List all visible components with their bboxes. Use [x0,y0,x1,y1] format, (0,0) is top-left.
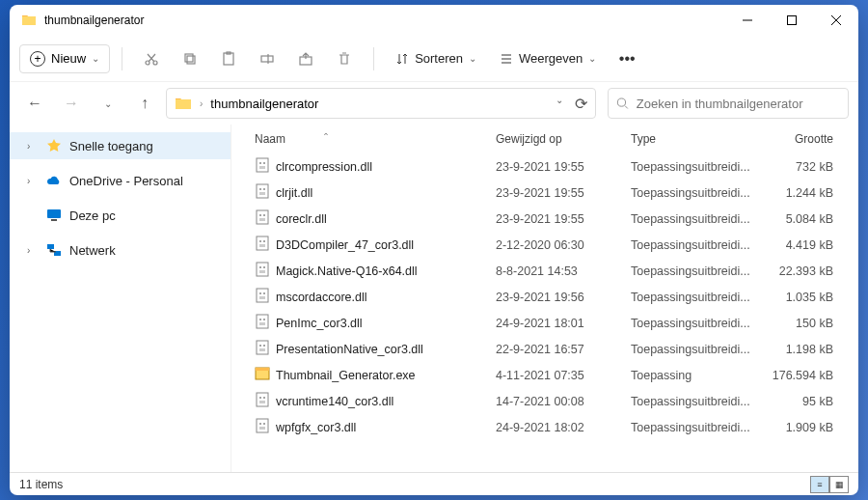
svg-point-28 [263,240,265,242]
svg-rect-10 [47,209,61,218]
delete-button[interactable] [327,42,362,76]
address-path: thumbnailgenerator [210,97,548,111]
cut-button[interactable] [134,42,169,76]
new-button[interactable]: + Nieuw ⌄ [19,44,110,73]
file-row[interactable]: clrcompression.dll23-9-2021 19:55Toepass… [231,153,858,180]
file-row[interactable]: PresentationNative_cor3.dll22-9-2021 16:… [231,336,858,362]
view-label: Weergeven [519,51,583,66]
file-type: Toepassingsuitbreidi... [631,264,756,278]
close-button[interactable] [814,5,858,36]
navigation-row: ← → ⌄ ↑ › thumbnailgenerator ⌄ ⟳ [10,82,858,125]
sidebar-item-quick-access[interactable]: › Snelle toegang [10,132,231,159]
more-button[interactable]: ••• [610,42,644,76]
file-row[interactable]: Magick.Native-Q16-x64.dll8-8-2021 14:53T… [231,258,858,284]
file-size: 22.393 kB [756,264,833,278]
sort-indicator-icon: ˆ [324,132,328,146]
svg-point-23 [259,214,261,216]
column-modified[interactable]: Gewijzigd op [496,132,631,146]
pc-icon [46,208,62,223]
file-size: 150 kB [756,317,833,330]
file-type: Toepassingsuitbreidi... [631,212,756,226]
file-type: Toepassingsuitbreidi... [631,395,756,408]
refresh-button[interactable]: ⟳ [575,95,587,113]
view-button[interactable]: Weergeven ⌄ [490,45,606,71]
chevron-down-icon[interactable]: ⌄ [556,95,563,113]
sidebar-item-onedrive[interactable]: › OneDrive - Personal [10,167,231,194]
file-name: Magick.Native-Q16-x64.dll [276,264,418,278]
file-row[interactable]: vcruntime140_cor3.dll14-7-2021 00:08Toep… [231,388,858,414]
file-size: 95 kB [756,395,833,408]
svg-point-53 [259,423,261,425]
svg-rect-18 [257,184,268,198]
svg-point-36 [263,292,265,294]
forward-button[interactable]: → [56,88,87,119]
minimize-button[interactable] [725,5,770,36]
sidebar-item-this-pc[interactable]: Deze pc [10,202,231,229]
sort-button[interactable]: Sorteren ⌄ [386,45,486,71]
file-row[interactable]: wpfgfx_cor3.dll24-9-2021 18:02Toepassing… [231,414,858,440]
file-type: Toepassingsuitbreidi... [631,291,756,304]
dll-icon [255,314,270,332]
chevron-right-icon: › [27,245,39,256]
back-button[interactable]: ← [19,88,50,119]
svg-point-43 [259,345,261,347]
details-view-button[interactable]: ≡ [810,476,829,493]
icons-view-button[interactable]: ▦ [829,476,849,493]
content: Naam ˆ Gewijzigd op Type Grootte clrcomp… [231,125,858,472]
maximize-button[interactable] [770,5,814,36]
chevron-down-icon: ⌄ [588,53,596,64]
column-size[interactable]: Grootte [756,132,833,146]
svg-rect-7 [261,56,273,62]
file-modified: 24-9-2021 18:01 [496,317,631,330]
svg-rect-12 [47,244,54,249]
window-controls [725,5,858,36]
address-bar[interactable]: › thumbnailgenerator ⌄ ⟳ [166,88,596,119]
breadcrumb-sep: › [200,98,203,109]
share-button[interactable] [288,42,323,76]
file-modified: 23-9-2021 19:56 [496,291,631,304]
dll-icon [255,236,270,254]
folder-icon [21,13,37,28]
svg-rect-0 [788,16,797,25]
file-row[interactable]: coreclr.dll23-9-2021 19:55Toepassingsuit… [231,206,858,232]
column-name[interactable]: Naam ˆ [255,132,496,146]
svg-point-16 [263,162,265,164]
new-label: Nieuw [51,51,86,66]
file-name: coreclr.dll [276,212,327,226]
svg-point-35 [259,292,261,294]
file-size: 1.035 kB [756,291,833,304]
file-type: Toepassingsuitbreidi... [631,160,756,174]
file-row[interactable]: D3DCompiler_47_cor3.dll2-12-2020 06:30To… [231,232,858,258]
paste-button[interactable] [211,42,246,76]
column-headers: Naam ˆ Gewijzigd op Type Grootte [231,125,858,153]
sidebar-item-label: OneDrive - Personal [69,174,183,188]
rename-button[interactable] [250,42,285,76]
svg-point-9 [617,98,625,106]
file-row[interactable]: PenImc_cor3.dll24-9-2021 18:01Toepassing… [231,310,858,336]
sidebar-item-label: Snelle toegang [69,139,153,153]
file-row[interactable]: mscordaccore.dll23-9-2021 19:56Toepassin… [231,284,858,310]
svg-point-44 [263,345,265,347]
file-modified: 24-9-2021 18:02 [496,421,631,434]
copy-button[interactable] [173,42,207,76]
file-row[interactable]: clrjit.dll23-9-2021 19:55Toepassingsuitb… [231,180,858,206]
chevron-down-icon: ⌄ [469,53,476,64]
search-box[interactable] [608,88,849,119]
network-icon [46,242,62,258]
sidebar-item-network[interactable]: › Netwerk [10,236,231,264]
dll-icon [255,209,270,228]
view-toggle: ≡ ▦ [810,476,849,493]
recent-button[interactable]: ⌄ [93,88,123,119]
up-button[interactable]: ↑ [129,88,160,119]
file-row[interactable]: Thumbnail_Generator.exe4-11-2021 07:35To… [231,362,858,388]
file-size: 1.198 kB [756,343,833,356]
svg-point-32 [263,266,265,268]
svg-point-39 [259,319,261,320]
svg-rect-55 [259,427,265,430]
search-input[interactable] [637,97,840,111]
separator [373,47,374,70]
svg-point-27 [259,240,261,242]
column-type[interactable]: Type [631,132,756,146]
file-name: clrcompression.dll [276,160,372,174]
status-item-count: 11 items [19,478,63,491]
